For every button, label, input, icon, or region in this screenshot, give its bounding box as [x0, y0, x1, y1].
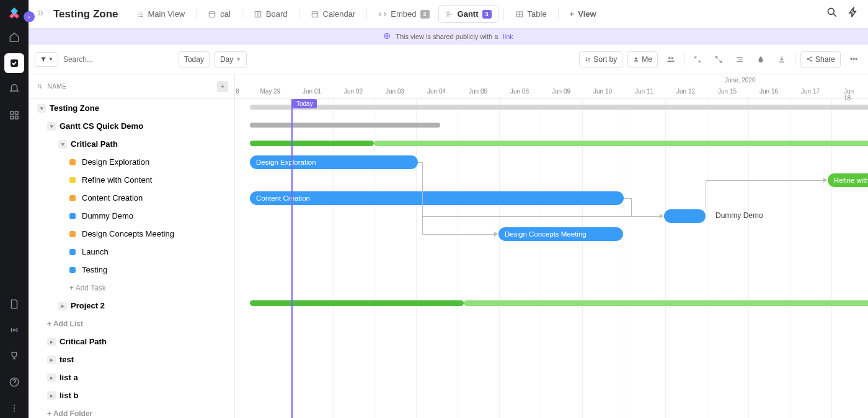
main-area: Testing Zone Main View cal Board Calenda…: [29, 0, 868, 418]
sort-button[interactable]: Sort by: [579, 51, 622, 67]
tree-folder[interactable]: ▸test: [29, 351, 234, 368]
date-label: Jun 15: [718, 88, 737, 95]
svg-point-8: [14, 407, 15, 409]
task-label: Refine with Content: [82, 175, 152, 185]
today-button[interactable]: Today: [179, 51, 210, 67]
chevron-right-icon[interactable]: ▸: [47, 337, 56, 346]
task-bar-content-creation[interactable]: Content Creation: [250, 191, 624, 205]
svg-rect-1: [11, 111, 14, 115]
svg-rect-12: [312, 11, 317, 17]
expand-sidebar-button[interactable]: ›: [24, 11, 35, 22]
filter-button[interactable]: ▼: [35, 52, 58, 67]
view-table[interactable]: Table: [509, 6, 553, 22]
add-column-button[interactable]: +: [217, 81, 228, 92]
me-button[interactable]: Me: [627, 51, 658, 67]
task-row[interactable]: Launch: [29, 243, 234, 261]
more-button[interactable]: •••: [846, 51, 862, 67]
task-row[interactable]: Design Exploration: [29, 153, 234, 171]
chevron-down-icon[interactable]: ▾: [58, 140, 67, 149]
banner-link[interactable]: link: [503, 33, 513, 40]
date-label: Jun 17: [801, 88, 820, 95]
task-bar-design-concepts[interactable]: Design Concepts Meeting: [498, 227, 623, 241]
expand-icon[interactable]: [711, 51, 727, 67]
tree-folder[interactable]: ▸Critical Path: [29, 333, 234, 351]
chevron-right-icon[interactable]: ▸: [47, 391, 56, 400]
tasks-icon[interactable]: [4, 53, 24, 73]
share-button[interactable]: Share: [800, 51, 841, 67]
task-label: Design Exploration: [82, 157, 149, 167]
app-logo-icon[interactable]: [7, 6, 22, 21]
indent-icon[interactable]: [732, 51, 748, 67]
svg-point-14: [828, 8, 834, 14]
add-view-button[interactable]: +View: [564, 6, 603, 22]
chevron-right-icon[interactable]: ▸: [47, 373, 56, 382]
chevron-right-icon[interactable]: ▸: [47, 355, 56, 364]
add-list-button[interactable]: + Add List: [29, 315, 234, 333]
trophy-icon[interactable]: [4, 346, 24, 366]
notifications-icon[interactable]: [4, 79, 24, 99]
date-label: Jun 12: [676, 88, 695, 95]
search-icon[interactable]: [826, 6, 838, 21]
view-calendar[interactable]: Calendar: [304, 6, 362, 22]
collapse-icon[interactable]: [689, 51, 706, 67]
tree-folder[interactable]: ▸list a: [29, 368, 234, 386]
tree-folder[interactable]: ▾Gantt CS Quick Demo: [29, 117, 234, 135]
svg-rect-10: [210, 11, 215, 17]
gantt-chart[interactable]: June, 2020 8 May 29 Jun 01 Jun 02 Jun 03…: [235, 74, 868, 418]
chevron-down-icon[interactable]: ▾: [37, 104, 46, 113]
tree-folder[interactable]: ▸list b: [29, 386, 234, 404]
task-row[interactable]: Content Creation: [29, 189, 234, 207]
home-icon[interactable]: [4, 27, 24, 47]
tree-root[interactable]: ▾Testing Zone: [29, 99, 234, 117]
summary-bar-folder[interactable]: [250, 123, 440, 128]
tree-list[interactable]: ▸Project 2: [29, 297, 234, 315]
broadcast-icon[interactable]: [4, 320, 24, 340]
task-row[interactable]: Design Concepts Meeting: [29, 225, 234, 243]
task-row[interactable]: Refine with Content: [29, 171, 234, 189]
bolt-icon[interactable]: [847, 6, 859, 21]
add-folder-button[interactable]: + Add Folder: [29, 404, 234, 418]
embed-icon: [378, 10, 387, 19]
unit-select[interactable]: Day▼: [215, 51, 247, 67]
view-cal1[interactable]: cal: [202, 6, 237, 22]
summary-bar-root[interactable]: [250, 105, 868, 110]
view-label: Embed: [391, 9, 416, 19]
view-main[interactable]: Main View: [130, 6, 192, 22]
help-icon[interactable]: [4, 372, 24, 392]
date-label: May 29: [260, 88, 281, 95]
search-input[interactable]: [63, 55, 156, 64]
summary-bar-list[interactable]: [374, 141, 868, 146]
task-bar-design-exploration[interactable]: Design Exploration: [250, 155, 418, 169]
summary-bar-list-done[interactable]: [250, 141, 374, 146]
view-embed[interactable]: Embed2: [372, 6, 435, 22]
gantt-body: Today Design Exploration Refine with Con…: [235, 99, 868, 418]
date-label: Jun 02: [344, 88, 363, 95]
summary-bar-project2[interactable]: [464, 300, 868, 306]
assignees-icon[interactable]: [663, 51, 679, 67]
tree-list[interactable]: ▾Critical Path: [29, 135, 234, 153]
summary-bar-project2-done[interactable]: [250, 300, 464, 306]
month-label: June, 2020: [725, 77, 756, 84]
today-badge: Today: [293, 99, 317, 108]
task-bar-refine-content[interactable]: Refine with Content: [828, 173, 868, 187]
download-icon[interactable]: [774, 51, 790, 67]
view-gantt[interactable]: Gantt3: [438, 5, 498, 23]
task-label: Testing: [82, 265, 107, 274]
add-task-button[interactable]: + Add Task: [29, 279, 234, 297]
task-row[interactable]: Dummy Demo: [29, 207, 234, 225]
apps-icon[interactable]: [4, 105, 24, 125]
more-icon[interactable]: [4, 398, 24, 418]
status-dot: [69, 177, 76, 183]
sort-icon[interactable]: ⇅: [37, 83, 43, 90]
color-icon[interactable]: [753, 51, 769, 67]
table-icon: [515, 10, 524, 19]
task-tree: ▾Testing Zone ▾Gantt CS Quick Demo ▾Crit…: [29, 99, 234, 418]
task-bar-dummy-demo[interactable]: [664, 209, 706, 223]
doc-icon[interactable]: [4, 294, 24, 314]
list-view-icon: [136, 10, 144, 19]
chevron-right-icon[interactable]: ▸: [58, 302, 67, 310]
task-row[interactable]: Testing: [29, 261, 234, 279]
chevron-down-icon[interactable]: ▾: [47, 122, 56, 131]
view-board[interactable]: Board: [247, 6, 294, 22]
tree-label: Gantt CS Quick Demo: [60, 121, 143, 131]
